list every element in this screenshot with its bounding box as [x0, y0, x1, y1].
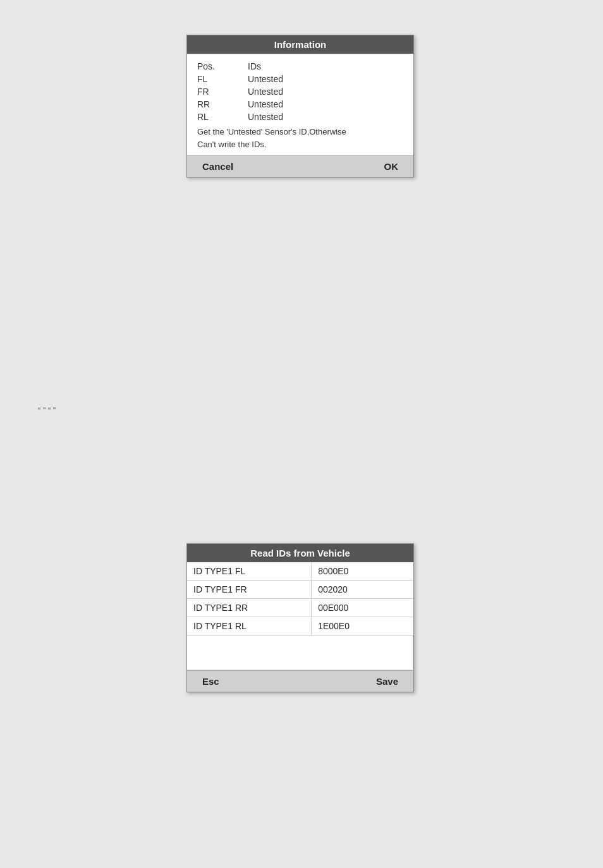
read-ids-footer: Esc Save	[187, 670, 413, 692]
info-note-line1: Get the 'Untested' Sensor's ID,Otherwise	[197, 126, 403, 138]
page-container: Information Pos. IDs FL Untested FR Unte…	[0, 0, 603, 868]
info-value-fl: Untested	[248, 74, 283, 84]
info-row-rr: RR Untested	[197, 99, 403, 109]
table-row: ID TYPE1 RR 00E000	[187, 599, 413, 617]
info-label-rr: RR	[197, 99, 248, 109]
ok-button[interactable]: OK	[379, 160, 404, 173]
read-ids-title: Read IDs from Vehicle	[187, 544, 413, 562]
info-value-rr: Untested	[248, 99, 283, 109]
info-value-rl: Untested	[248, 112, 283, 122]
cancel-button[interactable]: Cancel	[197, 160, 238, 173]
id-type1-fr-label: ID TYPE1 FR	[187, 581, 312, 599]
info-dialog-body: Pos. IDs FL Untested FR Untested RR Unte…	[187, 54, 413, 155]
info-label-fl: FL	[197, 74, 248, 84]
table-row: ID TYPE1 FR 002020	[187, 581, 413, 599]
read-ids-table: ID TYPE1 FL 8000E0 ID TYPE1 FR 002020 ID…	[187, 562, 413, 670]
read-ids-dialog: Read IDs from Vehicle ID TYPE1 FL 8000E0…	[186, 543, 414, 692]
table-row: ID TYPE1 FL 8000E0	[187, 562, 413, 581]
id-type1-fr-value: 002020	[312, 581, 413, 599]
info-row-fl: FL Untested	[197, 74, 403, 84]
info-row-header: Pos. IDs	[197, 61, 403, 71]
info-dialog: Information Pos. IDs FL Untested FR Unte…	[186, 35, 414, 178]
middle-text-area: “ ” “ ”	[38, 404, 565, 418]
info-dialog-title: Information	[187, 35, 413, 54]
info-label-fr: FR	[197, 87, 248, 97]
info-row-rl: RL Untested	[197, 112, 403, 122]
info-value-fr: Untested	[248, 87, 283, 97]
table-row: ID TYPE1 RL 1E00E0	[187, 617, 413, 636]
id-type1-rl-value: 1E00E0	[312, 617, 413, 636]
info-value-ids: IDs	[248, 61, 261, 71]
id-type1-fl-label: ID TYPE1 FL	[187, 562, 312, 581]
info-note: Get the 'Untested' Sensor's ID,Otherwise…	[197, 126, 403, 150]
info-label-rl: RL	[197, 112, 248, 122]
info-row-fr: FR Untested	[197, 87, 403, 97]
id-type1-rr-label: ID TYPE1 RR	[187, 599, 312, 617]
info-dialog-footer: Cancel OK	[187, 155, 413, 177]
spacer-row	[187, 636, 413, 670]
info-note-line2: Can't write the IDs.	[197, 138, 403, 151]
id-type1-fl-value: 8000E0	[312, 562, 413, 581]
id-type1-rl-label: ID TYPE1 RL	[187, 617, 312, 636]
middle-text-line1: “ ” “ ”	[38, 406, 56, 415]
id-type1-rr-value: 00E000	[312, 599, 413, 617]
info-label-pos: Pos.	[197, 61, 248, 71]
save-button[interactable]: Save	[371, 675, 403, 688]
esc-button[interactable]: Esc	[197, 675, 224, 688]
